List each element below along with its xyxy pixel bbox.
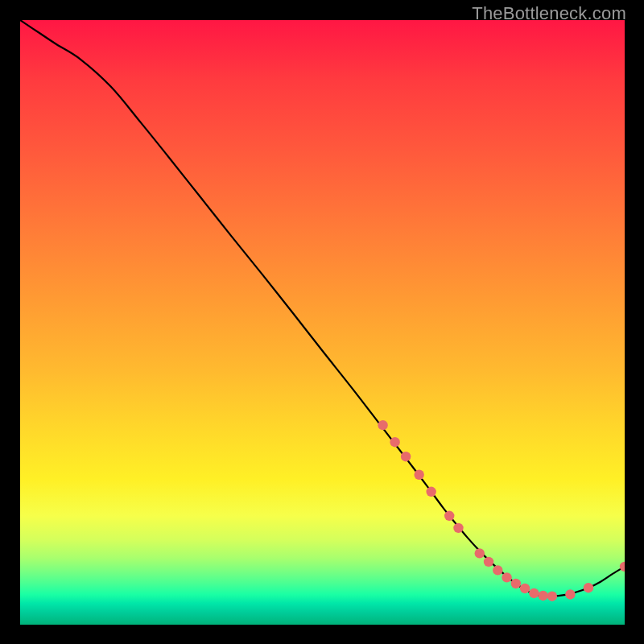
marker-dots [378, 420, 625, 601]
marker-dot [390, 437, 399, 447]
chart-frame: TheBottleneck.com [0, 0, 644, 644]
marker-dot [414, 470, 423, 480]
marker-dot [565, 589, 575, 599]
marker-dot [426, 487, 436, 497]
chart-svg [20, 20, 625, 625]
marker-dot [529, 588, 539, 598]
marker-dot [475, 548, 485, 558]
marker-dot [484, 557, 493, 567]
marker-dot [538, 591, 547, 601]
marker-dot [547, 592, 557, 601]
marker-dot [453, 523, 463, 533]
marker-dot [444, 511, 454, 521]
plot-area [20, 20, 625, 625]
marker-dot [401, 452, 411, 461]
marker-dot [378, 420, 387, 430]
marker-dot [520, 584, 530, 593]
marker-dot [502, 572, 511, 582]
marker-dot [584, 583, 593, 592]
marker-dot [493, 565, 502, 575]
marker-dot [511, 579, 521, 588]
bottleneck-curve [20, 20, 625, 597]
